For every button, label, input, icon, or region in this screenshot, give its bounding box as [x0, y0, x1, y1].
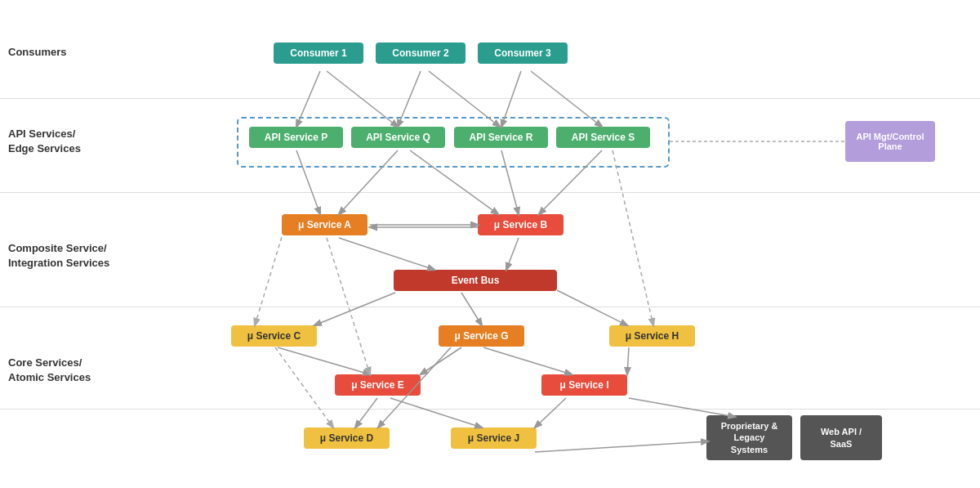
- svg-line-17: [461, 293, 482, 325]
- node-api-r: API Service R: [454, 127, 548, 148]
- node-consumer2: Consumer 2: [376, 43, 466, 64]
- node-api-p: API Service P: [249, 127, 343, 148]
- node-consumer3: Consumer 3: [478, 43, 568, 64]
- svg-line-23: [355, 398, 377, 428]
- svg-line-13: [506, 238, 519, 270]
- divider-1: [0, 98, 980, 99]
- svg-line-16: [314, 293, 395, 325]
- node-consumer1: Consumer 1: [274, 43, 363, 64]
- node-proprietary: Proprietary & Legacy Systems: [706, 415, 792, 460]
- node-service-h: μ Service H: [609, 325, 695, 347]
- layer-label-consumers: Consumers: [8, 45, 67, 60]
- divider-3: [0, 307, 980, 307]
- svg-line-30: [255, 237, 282, 325]
- divider-2: [0, 192, 980, 193]
- svg-line-21: [483, 347, 572, 374]
- svg-line-18: [557, 290, 627, 325]
- layer-label-core: Core Services/Atomic Services: [8, 356, 91, 385]
- diagram-container: Consumers API Services/Edge Services Com…: [0, 0, 980, 488]
- node-api-mgt: API Mgt/Control Plane: [845, 121, 935, 162]
- node-service-d: μ Service D: [304, 428, 390, 449]
- svg-line-25: [535, 398, 566, 428]
- svg-line-12: [339, 238, 434, 270]
- svg-line-27: [629, 398, 735, 417]
- node-service-i: μ Service I: [541, 374, 627, 396]
- layer-label-composite: Composite Service/Integration Services: [8, 241, 109, 271]
- node-service-a: μ Service A: [282, 214, 368, 235]
- node-service-e: μ Service E: [335, 374, 421, 396]
- node-service-j: μ Service J: [451, 428, 537, 449]
- node-service-b: μ Service B: [478, 214, 564, 235]
- node-api-q: API Service Q: [351, 127, 445, 148]
- svg-line-24: [390, 398, 482, 428]
- divider-4: [0, 409, 980, 410]
- svg-line-20: [421, 347, 461, 374]
- node-service-g: μ Service G: [439, 325, 524, 347]
- svg-line-11: [612, 150, 653, 325]
- node-api-s: API Service S: [556, 127, 650, 148]
- layer-label-api-services: API Services/Edge Services: [8, 127, 81, 156]
- svg-line-22: [627, 347, 629, 374]
- svg-line-19: [278, 347, 370, 374]
- node-service-c: μ Service C: [231, 325, 317, 347]
- node-event-bus: Event Bus: [394, 270, 557, 291]
- svg-line-28: [535, 441, 708, 452]
- svg-line-29: [275, 347, 333, 428]
- node-web-api: Web API / SaaS: [800, 415, 882, 460]
